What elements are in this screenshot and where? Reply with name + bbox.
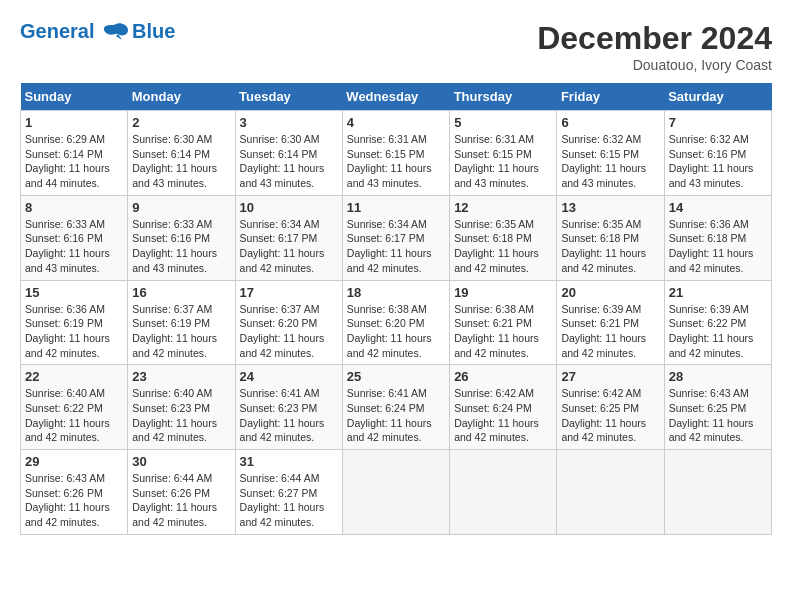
calendar-cell: 15Sunrise: 6:36 AMSunset: 6:19 PMDayligh… [21,280,128,365]
day-number: 26 [454,369,552,384]
day-info: Sunrise: 6:41 AMSunset: 6:23 PMDaylight:… [240,386,338,445]
week-row-4: 22Sunrise: 6:40 AMSunset: 6:22 PMDayligh… [21,365,772,450]
day-info: Sunrise: 6:43 AMSunset: 6:26 PMDaylight:… [25,471,123,530]
day-info: Sunrise: 6:42 AMSunset: 6:25 PMDaylight:… [561,386,659,445]
day-number: 30 [132,454,230,469]
logo-general: General [20,20,94,42]
calendar-cell: 1Sunrise: 6:29 AMSunset: 6:14 PMDaylight… [21,111,128,196]
day-info: Sunrise: 6:37 AMSunset: 6:19 PMDaylight:… [132,302,230,361]
calendar-cell: 28Sunrise: 6:43 AMSunset: 6:25 PMDayligh… [664,365,771,450]
day-info: Sunrise: 6:38 AMSunset: 6:21 PMDaylight:… [454,302,552,361]
day-info: Sunrise: 6:35 AMSunset: 6:18 PMDaylight:… [561,217,659,276]
day-info: Sunrise: 6:36 AMSunset: 6:18 PMDaylight:… [669,217,767,276]
day-number: 18 [347,285,445,300]
day-number: 8 [25,200,123,215]
calendar-cell: 25Sunrise: 6:41 AMSunset: 6:24 PMDayligh… [342,365,449,450]
calendar-cell: 10Sunrise: 6:34 AMSunset: 6:17 PMDayligh… [235,195,342,280]
calendar-cell: 3Sunrise: 6:30 AMSunset: 6:14 PMDaylight… [235,111,342,196]
logo-blue: Blue [132,20,175,43]
logo: General Blue [20,20,175,44]
calendar-cell: 14Sunrise: 6:36 AMSunset: 6:18 PMDayligh… [664,195,771,280]
calendar-cell: 24Sunrise: 6:41 AMSunset: 6:23 PMDayligh… [235,365,342,450]
day-info: Sunrise: 6:34 AMSunset: 6:17 PMDaylight:… [347,217,445,276]
calendar-cell: 4Sunrise: 6:31 AMSunset: 6:15 PMDaylight… [342,111,449,196]
day-info: Sunrise: 6:40 AMSunset: 6:23 PMDaylight:… [132,386,230,445]
day-number: 22 [25,369,123,384]
day-header-wednesday: Wednesday [342,83,449,111]
day-info: Sunrise: 6:31 AMSunset: 6:15 PMDaylight:… [454,132,552,191]
week-row-3: 15Sunrise: 6:36 AMSunset: 6:19 PMDayligh… [21,280,772,365]
calendar-cell: 18Sunrise: 6:38 AMSunset: 6:20 PMDayligh… [342,280,449,365]
day-number: 10 [240,200,338,215]
day-number: 16 [132,285,230,300]
calendar-cell: 2Sunrise: 6:30 AMSunset: 6:14 PMDaylight… [128,111,235,196]
day-info: Sunrise: 6:39 AMSunset: 6:22 PMDaylight:… [669,302,767,361]
day-info: Sunrise: 6:41 AMSunset: 6:24 PMDaylight:… [347,386,445,445]
day-info: Sunrise: 6:43 AMSunset: 6:25 PMDaylight:… [669,386,767,445]
day-number: 2 [132,115,230,130]
calendar-cell: 31Sunrise: 6:44 AMSunset: 6:27 PMDayligh… [235,450,342,535]
day-number: 15 [25,285,123,300]
day-header-monday: Monday [128,83,235,111]
day-info: Sunrise: 6:30 AMSunset: 6:14 PMDaylight:… [132,132,230,191]
day-number: 24 [240,369,338,384]
day-info: Sunrise: 6:36 AMSunset: 6:19 PMDaylight:… [25,302,123,361]
title-block: December 2024 Douatouo, Ivory Coast [537,20,772,73]
day-info: Sunrise: 6:38 AMSunset: 6:20 PMDaylight:… [347,302,445,361]
page-header: General Blue December 2024 Douatouo, Ivo… [20,20,772,73]
day-number: 6 [561,115,659,130]
day-info: Sunrise: 6:39 AMSunset: 6:21 PMDaylight:… [561,302,659,361]
calendar-cell: 21Sunrise: 6:39 AMSunset: 6:22 PMDayligh… [664,280,771,365]
day-info: Sunrise: 6:34 AMSunset: 6:17 PMDaylight:… [240,217,338,276]
day-number: 9 [132,200,230,215]
day-number: 1 [25,115,123,130]
calendar-cell: 27Sunrise: 6:42 AMSunset: 6:25 PMDayligh… [557,365,664,450]
day-header-sunday: Sunday [21,83,128,111]
day-number: 17 [240,285,338,300]
calendar-cell: 23Sunrise: 6:40 AMSunset: 6:23 PMDayligh… [128,365,235,450]
calendar-cell [342,450,449,535]
day-header-friday: Friday [557,83,664,111]
day-info: Sunrise: 6:33 AMSunset: 6:16 PMDaylight:… [132,217,230,276]
day-info: Sunrise: 6:40 AMSunset: 6:22 PMDaylight:… [25,386,123,445]
day-number: 7 [669,115,767,130]
location: Douatouo, Ivory Coast [537,57,772,73]
calendar-cell: 22Sunrise: 6:40 AMSunset: 6:22 PMDayligh… [21,365,128,450]
day-number: 23 [132,369,230,384]
day-info: Sunrise: 6:42 AMSunset: 6:24 PMDaylight:… [454,386,552,445]
day-info: Sunrise: 6:35 AMSunset: 6:18 PMDaylight:… [454,217,552,276]
day-number: 13 [561,200,659,215]
day-number: 11 [347,200,445,215]
day-number: 28 [669,369,767,384]
week-row-1: 1Sunrise: 6:29 AMSunset: 6:14 PMDaylight… [21,111,772,196]
calendar-cell: 29Sunrise: 6:43 AMSunset: 6:26 PMDayligh… [21,450,128,535]
day-number: 21 [669,285,767,300]
day-number: 4 [347,115,445,130]
logo-text: General Blue [20,20,175,44]
day-number: 27 [561,369,659,384]
day-info: Sunrise: 6:31 AMSunset: 6:15 PMDaylight:… [347,132,445,191]
day-number: 20 [561,285,659,300]
day-number: 14 [669,200,767,215]
day-number: 12 [454,200,552,215]
day-number: 5 [454,115,552,130]
calendar-cell [450,450,557,535]
calendar-cell: 7Sunrise: 6:32 AMSunset: 6:16 PMDaylight… [664,111,771,196]
calendar-cell: 5Sunrise: 6:31 AMSunset: 6:15 PMDaylight… [450,111,557,196]
day-header-saturday: Saturday [664,83,771,111]
calendar-table: SundayMondayTuesdayWednesdayThursdayFrid… [20,83,772,535]
calendar-cell [664,450,771,535]
calendar-cell: 11Sunrise: 6:34 AMSunset: 6:17 PMDayligh… [342,195,449,280]
calendar-cell: 30Sunrise: 6:44 AMSunset: 6:26 PMDayligh… [128,450,235,535]
day-info: Sunrise: 6:37 AMSunset: 6:20 PMDaylight:… [240,302,338,361]
day-info: Sunrise: 6:33 AMSunset: 6:16 PMDaylight:… [25,217,123,276]
day-info: Sunrise: 6:30 AMSunset: 6:14 PMDaylight:… [240,132,338,191]
calendar-cell: 6Sunrise: 6:32 AMSunset: 6:15 PMDaylight… [557,111,664,196]
calendar-header-row: SundayMondayTuesdayWednesdayThursdayFrid… [21,83,772,111]
calendar-cell: 13Sunrise: 6:35 AMSunset: 6:18 PMDayligh… [557,195,664,280]
week-row-2: 8Sunrise: 6:33 AMSunset: 6:16 PMDaylight… [21,195,772,280]
calendar-cell: 12Sunrise: 6:35 AMSunset: 6:18 PMDayligh… [450,195,557,280]
day-header-thursday: Thursday [450,83,557,111]
day-info: Sunrise: 6:44 AMSunset: 6:26 PMDaylight:… [132,471,230,530]
calendar-cell: 16Sunrise: 6:37 AMSunset: 6:19 PMDayligh… [128,280,235,365]
